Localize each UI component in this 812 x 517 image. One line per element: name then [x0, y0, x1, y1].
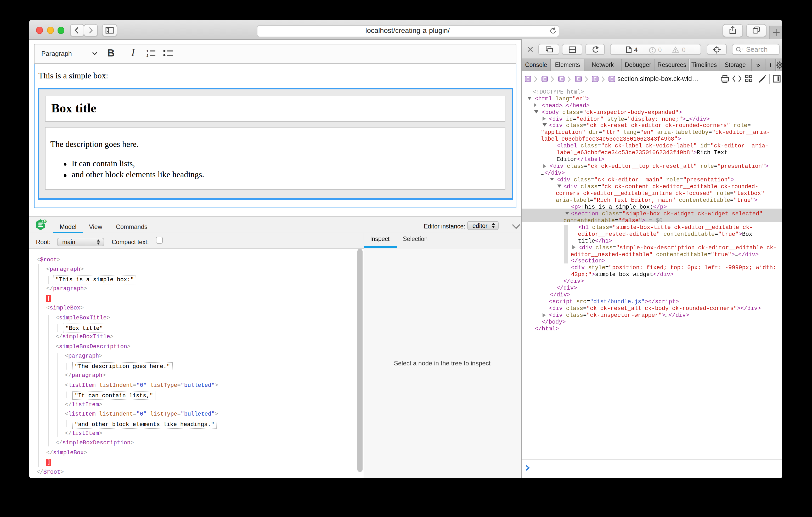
svg-text:1: 1: [146, 49, 148, 53]
svg-text:0: 0: [682, 46, 686, 53]
svg-text:0: 0: [658, 46, 662, 53]
svg-text:2: 2: [146, 54, 148, 57]
svg-text:5: 5: [44, 220, 45, 223]
svg-text:4: 4: [634, 46, 638, 53]
